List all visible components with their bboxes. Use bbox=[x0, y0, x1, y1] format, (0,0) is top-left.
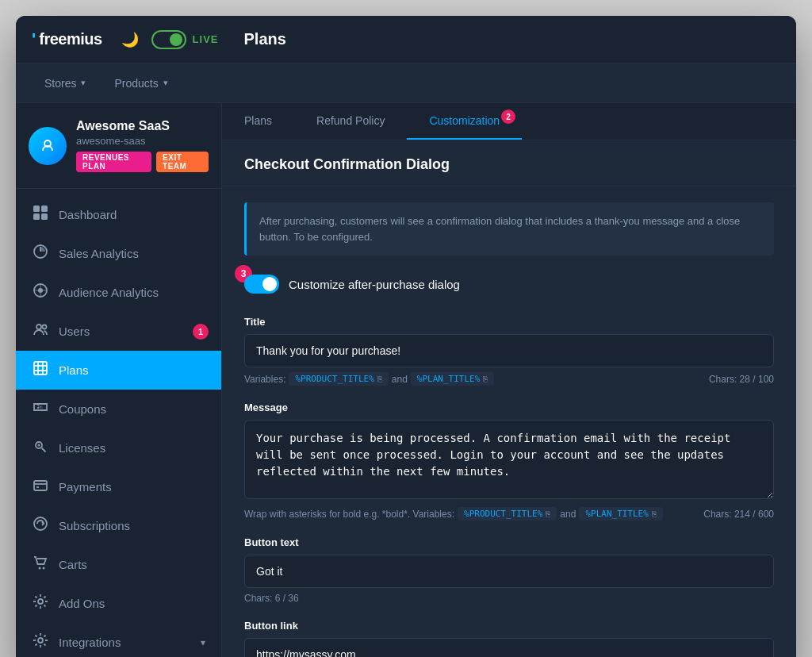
sidebar-item-subscriptions[interactable]: Subscriptions bbox=[16, 506, 221, 545]
title-var1-copy-icon[interactable]: ⎘ bbox=[377, 375, 382, 383]
svg-point-26 bbox=[34, 517, 47, 530]
message-hint-and: and bbox=[560, 509, 576, 520]
live-toggle[interactable]: LIVE bbox=[151, 30, 219, 49]
integrations-chevron-icon: ▾ bbox=[201, 637, 205, 648]
dashboard-label: Dashboard bbox=[59, 208, 117, 221]
svg-point-29 bbox=[38, 599, 43, 604]
sidebar-item-addons[interactable]: Add Ons bbox=[16, 584, 221, 623]
message-var1-chip[interactable]: %PRODUCT_TITLE% ⎘ bbox=[458, 507, 557, 521]
message-var2-chip[interactable]: %PLAN_TITLE% ⎘ bbox=[579, 507, 662, 521]
sales-analytics-icon bbox=[32, 244, 49, 263]
customize-toggle-knob bbox=[262, 277, 277, 291]
subscriptions-icon bbox=[32, 516, 49, 536]
svg-point-22 bbox=[38, 444, 40, 447]
addons-label: Add Ons bbox=[59, 597, 105, 610]
sales-analytics-label: Sales Analytics bbox=[59, 247, 139, 260]
profile-info: Awesome SaaS awesome-saas REVENUES PLAN … bbox=[29, 119, 209, 172]
message-field-hint: Wrap with asterisks for bold e.g. *bold*… bbox=[244, 507, 774, 521]
profile-badges: REVENUES PLAN EXIT TEAM bbox=[76, 152, 209, 172]
title-var1-chip[interactable]: %PRODUCT_TITLE% ⎘ bbox=[289, 372, 388, 386]
logo: ' freemius bbox=[32, 29, 102, 50]
tab-refund-policy-label: Refund Policy bbox=[316, 114, 385, 127]
content-inner: After purchasing, customers will see a c… bbox=[222, 186, 796, 657]
tab-customization-label: Customization bbox=[429, 114, 500, 127]
svg-text:%: % bbox=[38, 405, 43, 409]
tabs-bar: Plans Refund Policy Customization 2 bbox=[222, 103, 796, 140]
message-var1-copy-icon[interactable]: ⎘ bbox=[546, 509, 550, 518]
message-field-textarea[interactable]: Your purchase is being processed. A conf… bbox=[244, 420, 774, 499]
message-var2: %PLAN_TITLE% bbox=[585, 509, 648, 519]
profile-name: Awesome SaaS bbox=[76, 119, 209, 133]
products-label: Products bbox=[114, 77, 158, 90]
section-title: Checkout Confirmation Dialog bbox=[244, 156, 450, 172]
title-hint-and: and bbox=[392, 374, 408, 385]
page-title: Plans bbox=[244, 30, 286, 48]
subscriptions-label: Subscriptions bbox=[59, 519, 130, 532]
payments-label: Payments bbox=[59, 480, 112, 494]
svg-rect-4 bbox=[33, 213, 40, 220]
tab-plans[interactable]: Plans bbox=[222, 103, 294, 140]
sidebar-item-dashboard[interactable]: Dashboard bbox=[16, 195, 221, 234]
svg-rect-2 bbox=[33, 206, 40, 212]
sidebar-item-audience-analytics[interactable]: Audience Analytics bbox=[16, 273, 221, 312]
title-field-input[interactable] bbox=[244, 334, 774, 367]
tab-refund-policy[interactable]: Refund Policy bbox=[294, 103, 407, 140]
plans-icon bbox=[32, 360, 49, 380]
svg-point-30 bbox=[38, 638, 43, 643]
sidebar-nav: Dashboard Sales Analytics bbox=[16, 189, 221, 657]
sidebar-item-coupons[interactable]: % Coupons bbox=[16, 390, 221, 428]
svg-point-28 bbox=[43, 567, 45, 570]
message-var2-copy-icon[interactable]: ⎘ bbox=[652, 509, 657, 518]
message-var1: %PRODUCT_TITLE% bbox=[464, 509, 542, 519]
svg-rect-23 bbox=[34, 481, 47, 490]
dashboard-icon bbox=[32, 205, 49, 225]
tab-customization[interactable]: Customization 2 bbox=[407, 103, 522, 140]
licenses-label: Licenses bbox=[59, 441, 105, 455]
sidebar-item-sales-analytics[interactable]: Sales Analytics bbox=[16, 234, 221, 273]
sidebar-item-licenses[interactable]: Licenses bbox=[16, 428, 221, 467]
sidebar-item-carts[interactable]: Carts bbox=[16, 545, 221, 584]
stores-label: Stores bbox=[44, 77, 76, 90]
integrations-label: Integrations bbox=[59, 636, 121, 649]
licenses-icon bbox=[32, 438, 49, 458]
info-box: After purchasing, customers will see a c… bbox=[244, 202, 774, 256]
button-text-hint: Chars: 6 / 36 bbox=[244, 593, 774, 604]
products-chevron-icon: ▾ bbox=[163, 78, 168, 88]
top-bar: ' freemius 🌙 LIVE Plans bbox=[16, 16, 796, 63]
audience-analytics-label: Audience Analytics bbox=[59, 286, 159, 299]
sidebar-item-integrations[interactable]: Integrations ▾ bbox=[16, 623, 221, 657]
customize-toggle-switch[interactable] bbox=[244, 275, 279, 294]
users-label: Users bbox=[59, 325, 90, 338]
live-toggle-switch[interactable] bbox=[151, 30, 186, 49]
logo-text: freemius bbox=[39, 30, 102, 48]
message-field-label: Message bbox=[244, 402, 774, 413]
plans-label: Plans bbox=[59, 363, 89, 377]
title-var2-chip[interactable]: %PLAN_TITLE% ⎘ bbox=[411, 372, 494, 386]
sidebar-item-users[interactable]: Users 1 bbox=[16, 312, 221, 351]
content-body: Checkout Confirmation Dialog After purch… bbox=[222, 140, 796, 657]
svg-point-27 bbox=[39, 567, 41, 570]
stores-nav-btn[interactable]: Stores ▾ bbox=[32, 71, 98, 96]
title-var2: %PLAN_TITLE% bbox=[417, 374, 480, 384]
button-text-field-group: Button text Chars: 6 / 36 bbox=[244, 536, 774, 604]
profile-slug: awesome-saas bbox=[76, 135, 209, 147]
sidebar-item-plans[interactable]: Plans bbox=[16, 351, 221, 390]
button-text-input[interactable] bbox=[244, 555, 774, 588]
button-link-input[interactable] bbox=[244, 638, 774, 657]
badge-revenues: REVENUES PLAN bbox=[76, 152, 151, 172]
coupons-icon: % bbox=[32, 399, 49, 419]
svg-rect-5 bbox=[41, 213, 48, 220]
customize-toggle-row: 3 Customize after-purchase dialog bbox=[244, 275, 774, 294]
badge-exit: EXIT TEAM bbox=[156, 152, 209, 172]
moon-icon[interactable]: 🌙 bbox=[121, 31, 139, 48]
svg-rect-3 bbox=[41, 206, 48, 212]
avatar bbox=[29, 127, 67, 165]
app-window: ' freemius 🌙 LIVE Plans Stores ▾ Product… bbox=[16, 16, 796, 657]
title-chars-info: Chars: 28 / 100 bbox=[709, 374, 774, 385]
nav-bar: Stores ▾ Products ▾ bbox=[16, 63, 796, 103]
title-field-label: Title bbox=[244, 316, 774, 328]
sidebar-item-payments[interactable]: Payments bbox=[16, 467, 221, 506]
carts-label: Carts bbox=[59, 558, 87, 571]
products-nav-btn[interactable]: Products ▾ bbox=[102, 71, 180, 96]
title-var2-copy-icon[interactable]: ⎘ bbox=[483, 375, 488, 383]
